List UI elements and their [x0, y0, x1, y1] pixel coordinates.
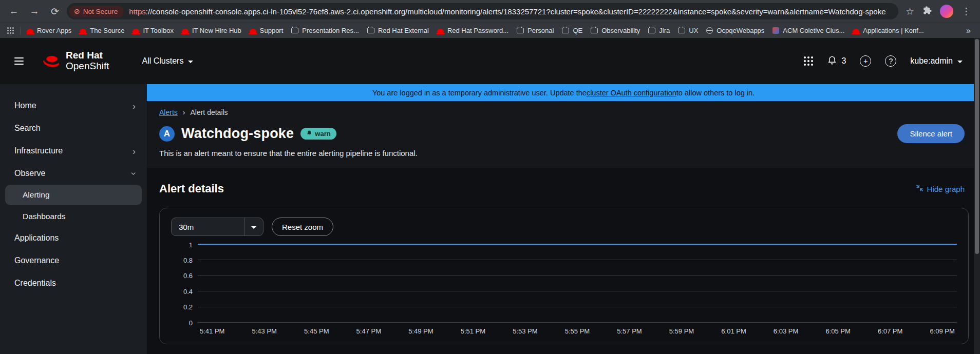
chart-card: 30m Reset zoom 00.20.40.60.81 5:41 PM5:4…: [159, 208, 969, 344]
gridline: 0: [198, 322, 957, 323]
sidebar-item-applications[interactable]: Applications: [0, 227, 147, 249]
notifications-bell[interactable]: 3: [827, 55, 846, 67]
bookmark-item[interactable]: Personal: [517, 27, 554, 34]
bookmark-label: Red Hat External: [378, 27, 429, 34]
url-text: https://console-openshift-console.apps.c…: [129, 7, 885, 16]
y-axis-tick-label: 0.4: [172, 287, 193, 295]
screen: ← → ⟳ ⊘ Not Secure https://console-opens…: [0, 0, 980, 354]
back-icon[interactable]: ←: [5, 3, 23, 20]
bookmark-item[interactable]: The Source: [80, 27, 124, 34]
brand-line2: OpenShift: [66, 61, 109, 72]
sidebar-item-label: Home: [14, 101, 36, 110]
bookmark-label: Observability: [601, 27, 640, 34]
bookmark-item[interactable]: Applications | Konf...: [853, 27, 924, 34]
not-secure-badge[interactable]: ⊘ Not Secure: [69, 6, 124, 17]
profile-avatar[interactable]: [940, 5, 953, 18]
bookmark-item[interactable]: Support: [250, 27, 284, 34]
sidebar-item-label: Infrastructure: [14, 146, 63, 155]
bell-icon: [306, 130, 312, 137]
x-axis-label: 5:49 PM: [408, 327, 433, 335]
user-menu[interactable]: kube:admin: [910, 56, 963, 66]
x-axis-label: 6:03 PM: [774, 327, 798, 335]
sidebar-item-infrastructure[interactable]: Infrastructure›: [0, 140, 147, 162]
sidebar-item-governance[interactable]: Governance: [0, 249, 147, 272]
bookmark-item[interactable]: ACM Coletive Clus...: [772, 27, 844, 34]
scrollbar-thumb[interactable]: [975, 39, 979, 254]
chart-plot: 00.20.40.60.81: [198, 244, 957, 322]
breadcrumb-current: Alert details: [190, 108, 228, 116]
help-icon[interactable]: ?: [885, 55, 896, 67]
sidebar-item-label: Applications: [14, 233, 59, 243]
sidebar-item-observe[interactable]: Observe›: [0, 162, 147, 185]
chevron-right-icon: ›: [133, 146, 136, 156]
app-launcher-icon[interactable]: [804, 56, 813, 66]
hamburger-menu-icon[interactable]: [14, 55, 24, 67]
x-axis-label: 6:07 PM: [878, 327, 902, 335]
redhat-icon: [182, 29, 189, 33]
bookmarks-bar: Rover AppsThe SourceIT ToolboxIT New Hir…: [0, 23, 980, 38]
chart-controls: 30m Reset zoom: [171, 218, 957, 236]
silence-alert-button[interactable]: Silence alert: [897, 124, 965, 143]
alert-chart[interactable]: 00.20.40.60.81 5:41 PM5:43 PM5:45 PM5:47…: [198, 244, 957, 335]
breadcrumb-alerts-link[interactable]: Alerts: [159, 108, 178, 116]
hide-graph-link[interactable]: Hide graph: [916, 184, 965, 193]
forward-icon[interactable]: →: [26, 3, 43, 20]
sidebar-item-label: Governance: [14, 256, 59, 265]
bookmark-item[interactable]: IT New Hire Hub: [182, 27, 241, 34]
browser-menu-icon[interactable]: ⋮: [962, 6, 971, 17]
x-axis-label: 5:59 PM: [669, 327, 694, 335]
not-secure-label: Not Secure: [83, 8, 118, 15]
insecure-icon: ⊘: [74, 8, 80, 15]
bookmark-item[interactable]: IT Toolbox: [133, 27, 174, 34]
bookmark-item[interactable]: Observability: [591, 27, 640, 34]
sidebar-item-dashboards[interactable]: Dashboards: [0, 206, 147, 227]
x-axis-label: 6:05 PM: [825, 327, 850, 335]
reload-icon[interactable]: ⟳: [46, 3, 64, 20]
oauth-config-link[interactable]: cluster OAuth configuration: [587, 89, 676, 97]
bookmark-item[interactable]: Red Hat Password...: [437, 27, 508, 34]
cluster-selector-label: All Clusters: [142, 56, 184, 66]
section-head: Alert details Hide graph: [159, 182, 969, 195]
redhat-icon: [133, 29, 139, 33]
chevron-down-icon[interactable]: [244, 225, 263, 229]
cluster-selector-dropdown[interactable]: All Clusters: [142, 56, 194, 66]
bookmark-label: Rover Apps: [37, 27, 71, 34]
bookmark-item[interactable]: Rover Apps: [27, 27, 71, 34]
duration-value: 30m: [172, 223, 244, 231]
bookmark-item[interactable]: Red Hat External: [367, 27, 429, 34]
bookmark-item[interactable]: Presentation Res...: [291, 27, 359, 34]
extensions-puzzle-icon[interactable]: [922, 6, 932, 17]
banner-text-before: You are logged in as a temporary adminis…: [372, 89, 587, 97]
redhat-hat-icon: [41, 53, 61, 69]
url-bar[interactable]: ⊘ Not Secure https://console-openshift-c…: [67, 3, 898, 19]
folder-icon: [367, 28, 374, 33]
masthead: Red Hat OpenShift All Clusters 3 + ? kub…: [0, 38, 980, 84]
bookmark-item[interactable]: UX: [678, 27, 698, 34]
chevron-down-icon: [188, 61, 193, 63]
sidebar-item-credentials[interactable]: Credentials: [0, 272, 147, 294]
banner-text-after: to allow others to log in.: [676, 89, 755, 97]
sidebar-item-search[interactable]: Search: [0, 117, 147, 140]
add-icon[interactable]: +: [860, 55, 871, 67]
sidebar-nav: Home›SearchInfrastructure›Observe›Alerti…: [0, 94, 147, 294]
bookmark-label: ACM Coletive Clus...: [783, 27, 844, 34]
x-axis-label: 5:51 PM: [461, 327, 485, 335]
folder-icon: [678, 28, 685, 33]
sidebar-item-label: Search: [14, 124, 41, 133]
sidebar-item-label: Observe: [14, 169, 45, 178]
reset-zoom-button[interactable]: Reset zoom: [272, 218, 333, 236]
bookmark-item[interactable]: QE: [562, 27, 582, 34]
x-axis-label: 6:01 PM: [721, 327, 746, 335]
scrollbar-track[interactable]: [974, 38, 980, 354]
x-axis-label: 5:57 PM: [617, 327, 642, 335]
bookmark-item[interactable]: OcpqeWebapps: [706, 27, 764, 34]
apps-grid-icon[interactable]: [7, 27, 14, 34]
bookmark-item[interactable]: Jira: [648, 27, 670, 34]
globe-icon: [706, 27, 713, 34]
sidebar-item-alerting[interactable]: Alerting: [5, 185, 142, 205]
bookmarks-overflow-icon[interactable]: »: [964, 26, 973, 35]
bookmark-star-icon[interactable]: ☆: [906, 6, 914, 17]
sidebar-item-home[interactable]: Home›: [0, 94, 147, 117]
redhat-icon: [80, 29, 86, 33]
duration-select[interactable]: 30m: [171, 218, 263, 236]
